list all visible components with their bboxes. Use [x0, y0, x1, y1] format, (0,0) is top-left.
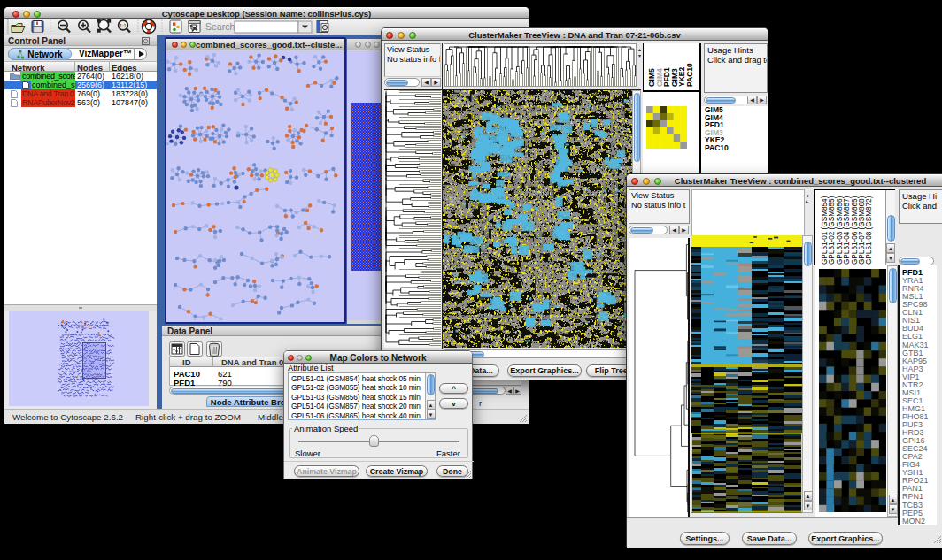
svg-text:Search:: Search: [205, 21, 237, 32]
svg-text:1:1: 1:1 [120, 23, 127, 28]
